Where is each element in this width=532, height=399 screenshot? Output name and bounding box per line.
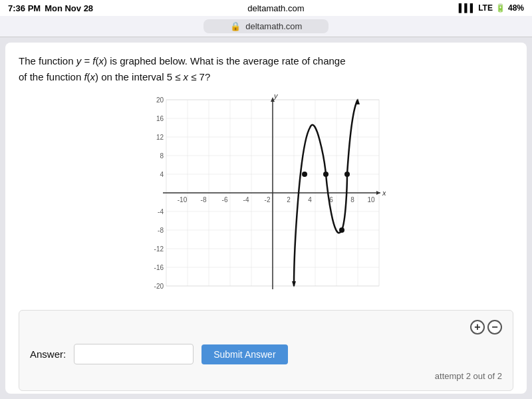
svg-text:-20: -20 <box>154 283 164 290</box>
battery-icon: 🔋 <box>495 3 505 13</box>
answer-section: + − Answer: Submit Answer attempt 2 out … <box>19 310 513 391</box>
zoom-in-button[interactable]: + <box>470 320 485 334</box>
svg-text:-6: -6 <box>222 196 228 203</box>
graph-container: x y -10 -8 -6 -4 -2 2 4 6 8 10 20 16 12 … <box>19 93 513 299</box>
svg-text:4: 4 <box>308 196 312 203</box>
submit-button[interactable]: Submit Answer <box>201 344 287 364</box>
domain: deltamath.com <box>247 3 304 13</box>
svg-point-51 <box>339 227 344 233</box>
svg-text:-4: -4 <box>158 208 164 215</box>
url-bar[interactable]: 🔒 deltamath.com <box>203 19 329 33</box>
time: 7:36 PM <box>8 3 41 13</box>
svg-text:8: 8 <box>350 196 354 203</box>
svg-text:10: 10 <box>367 196 375 203</box>
lock-icon: 🔒 <box>230 21 241 31</box>
battery-level: 48% <box>508 3 524 13</box>
zoom-out-button[interactable]: − <box>487 320 502 334</box>
lte-label: LTE <box>478 3 493 13</box>
answer-input[interactable] <box>74 344 194 364</box>
svg-point-50 <box>323 172 329 177</box>
svg-text:-16: -16 <box>154 264 164 271</box>
day: Mon Nov 28 <box>45 3 93 13</box>
attempt-text: attempt 2 out of 2 <box>30 371 502 381</box>
signal-icon: ▌▌▌ <box>459 3 476 13</box>
svg-text:12: 12 <box>156 134 164 141</box>
question-line2: of the function f(x) on the interval 5 ≤… <box>19 69 513 85</box>
svg-point-49 <box>302 172 307 177</box>
svg-text:20: 20 <box>156 96 164 104</box>
svg-point-52 <box>344 172 350 177</box>
zoom-controls: + − <box>30 320 502 334</box>
status-bar: 7:36 PM Mon Nov 28 deltamath.com ▌▌▌ LTE… <box>0 0 532 16</box>
svg-text:-4: -4 <box>243 196 249 203</box>
answer-label: Answer: <box>30 348 66 360</box>
svg-text:8: 8 <box>160 152 164 160</box>
main-content: The function y = f(x) is graphed below. … <box>5 43 527 394</box>
svg-text:x: x <box>382 189 386 197</box>
question-line1: The function y = f(x) is graphed below. … <box>19 53 513 69</box>
question-text: The function y = f(x) is graphed below. … <box>19 53 513 85</box>
svg-text:-2: -2 <box>265 196 271 203</box>
function-graph: x y -10 -8 -6 -4 -2 2 4 6 8 10 20 16 12 … <box>146 93 386 299</box>
svg-text:16: 16 <box>156 115 164 122</box>
url-text: deltamath.com <box>245 21 302 31</box>
browser-chrome: 🔒 deltamath.com <box>0 16 532 37</box>
svg-text:-10: -10 <box>178 196 188 203</box>
answer-row: Answer: Submit Answer <box>30 344 502 364</box>
svg-text:-8: -8 <box>158 227 164 234</box>
status-right: ▌▌▌ LTE 🔋 48% <box>459 3 524 13</box>
svg-text:y: y <box>273 93 279 100</box>
svg-text:-8: -8 <box>201 196 207 203</box>
status-left: 7:36 PM Mon Nov 28 <box>8 3 93 13</box>
svg-text:2: 2 <box>287 196 291 203</box>
svg-text:-12: -12 <box>154 245 164 253</box>
svg-text:4: 4 <box>160 171 164 178</box>
